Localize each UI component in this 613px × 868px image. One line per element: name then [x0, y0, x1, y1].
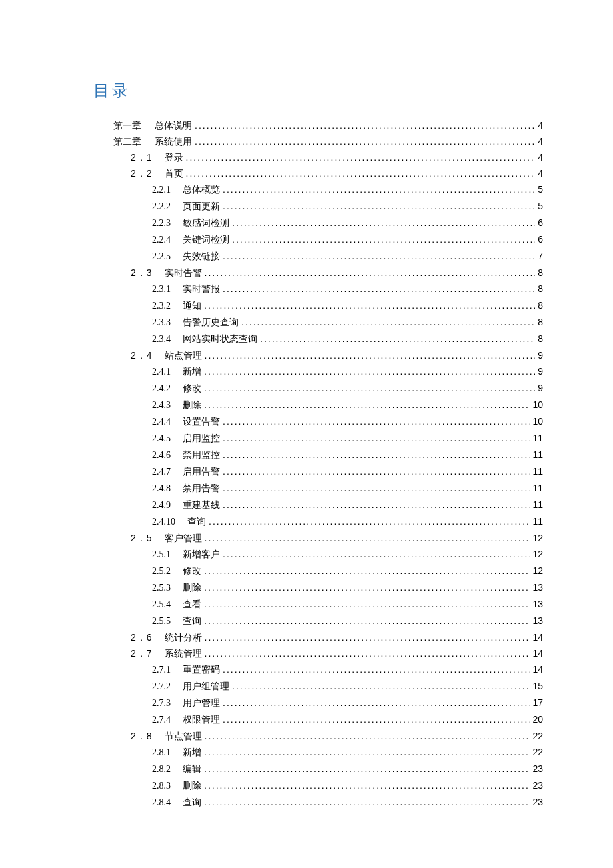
toc-entry[interactable]: 2.8.3删除.................................…	[152, 777, 543, 794]
toc-entry[interactable]: 2.2.1总体概览...............................…	[152, 181, 543, 198]
toc-entry-title: 告警历史查询	[179, 314, 241, 330]
toc-entry-title: 节点管理	[161, 728, 205, 744]
toc-entry[interactable]: 2．7系统管理.................................…	[131, 645, 543, 661]
toc-leader-dots: ........................................…	[232, 678, 530, 694]
toc-entry-page: 11	[530, 430, 543, 446]
toc-entry[interactable]: 2.4.7启用告警...............................…	[152, 463, 543, 480]
toc-entry-title: 修改	[179, 563, 204, 579]
toc-entry[interactable]: 2.3.3告警历史查询.............................…	[152, 314, 543, 331]
toc-entry-page: 9	[535, 363, 543, 379]
toc-entry-number: 2．3	[131, 265, 161, 281]
toc-entry[interactable]: 2.4.10查询................................…	[152, 513, 543, 530]
toc-entry[interactable]: 2.8.4查询.................................…	[152, 794, 543, 811]
toc-leader-dots: ........................................…	[205, 645, 530, 661]
toc-leader-dots: ........................................…	[223, 281, 535, 297]
toc-entry[interactable]: 2.3.4网站实时状态查询...........................…	[152, 331, 543, 347]
toc-leader-dots: ........................................…	[204, 380, 535, 396]
toc-entry-number: 2.7.1	[152, 662, 179, 678]
toc-entry-page: 11	[530, 447, 543, 463]
toc-entry-title: 禁用告警	[179, 480, 223, 496]
toc-entry[interactable]: 2.3.1实时警报...............................…	[152, 281, 543, 297]
toc-entry-page: 11	[530, 497, 543, 513]
toc-entry[interactable]: 2.4.4设置告警...............................…	[152, 413, 543, 430]
toc-entry-number: 2.2.2	[152, 199, 179, 215]
toc-entry-number: 第二章	[113, 133, 149, 149]
toc-entry-number: 2.3.2	[152, 298, 179, 314]
toc-entry[interactable]: 2.5.2修改.................................…	[152, 563, 543, 579]
toc-leader-dots: ........................................…	[205, 629, 530, 645]
toc-entry[interactable]: 2.4.5启用监控...............................…	[152, 430, 543, 447]
toc-entry[interactable]: 2．3实时告警.................................…	[131, 265, 543, 281]
toc-entry[interactable]: 2.7.4权限管理...............................…	[152, 711, 543, 728]
toc-entry-title: 总体概览	[179, 181, 223, 197]
toc-leader-dots: ........................................…	[205, 265, 536, 281]
toc-entry-title: 关键词检测	[179, 231, 232, 247]
toc-entry[interactable]: 2.3.2通知.................................…	[152, 297, 543, 314]
toc-entry[interactable]: 2.2.5失效链接...............................…	[152, 248, 543, 265]
toc-entry-title: 页面更新	[179, 198, 223, 214]
toc-leader-dots: ........................................…	[204, 363, 535, 379]
toc-entry[interactable]: 2.5.4查看.................................…	[152, 596, 543, 613]
toc-leader-dots: ........................................…	[205, 530, 530, 546]
toc-entry[interactable]: 2.2.3敏感词检测..............................…	[152, 215, 543, 231]
toc-entry-title: 编辑	[179, 761, 204, 777]
toc-entry-page: 8	[535, 314, 543, 330]
toc-leader-dots: ........................................…	[195, 133, 535, 149]
toc-entry-title: 首页	[161, 165, 186, 181]
toc-entry-number: 2.4.10	[152, 514, 183, 530]
toc-entry[interactable]: 2．8节点管理.................................…	[131, 728, 543, 744]
toc-entry[interactable]: 2.4.2修改.................................…	[152, 380, 543, 397]
toc-entry[interactable]: 2.4.1新增.................................…	[152, 363, 543, 380]
toc-entry-title: 新增客户	[179, 546, 223, 562]
toc-entry[interactable]: 2.7.2用户组管理..............................…	[152, 678, 543, 695]
toc-entry[interactable]: 2.2.2页面更新...............................…	[152, 198, 543, 215]
toc-entry[interactable]: 2.7.3用户管理...............................…	[152, 695, 543, 711]
toc-leader-dots: ........................................…	[204, 744, 530, 760]
toc-entry-number: 2.2.4	[152, 232, 179, 248]
toc-entry[interactable]: 2.5.3删除.................................…	[152, 579, 543, 596]
toc-entry[interactable]: 2．2首页...................................…	[131, 165, 543, 181]
toc-leader-dots: ........................................…	[223, 497, 530, 513]
toc-entry-page: 5	[535, 181, 543, 197]
toc-entry[interactable]: 2.5.1新增客户...............................…	[152, 546, 543, 563]
toc-entry[interactable]: 2.8.1新增.................................…	[152, 744, 543, 761]
toc-leader-dots: ........................................…	[223, 447, 530, 463]
toc-heading: 目录	[93, 80, 543, 101]
toc-entry-title: 用户管理	[179, 695, 223, 711]
toc-entry[interactable]: 2．6统计分析.................................…	[131, 629, 543, 645]
toc-entry[interactable]: 2．5客户管理.................................…	[131, 530, 543, 546]
toc-entry[interactable]: 2.7.1重置密码...............................…	[152, 661, 543, 678]
toc-leader-dots: ........................................…	[205, 728, 530, 744]
toc-leader-dots: ........................................…	[204, 397, 530, 413]
toc-entry[interactable]: 2.4.8禁用告警...............................…	[152, 480, 543, 497]
toc-entry-title: 删除	[179, 579, 204, 595]
toc-entry-title: 敏感词检测	[179, 215, 232, 231]
toc-entry-number: 2.8.1	[152, 745, 179, 761]
toc-entry[interactable]: 第二章系统使用.................................…	[113, 133, 543, 149]
toc-entry-number: 2．4	[131, 347, 161, 363]
toc-entry[interactable]: 第一章总体说明.................................…	[113, 117, 543, 133]
toc-entry-page: 8	[535, 265, 543, 281]
toc-entry[interactable]: 2．1登录...................................…	[131, 149, 543, 165]
toc-entry-page: 8	[535, 297, 543, 313]
toc-entry[interactable]: 2.4.3删除.................................…	[152, 397, 543, 413]
toc-entry-number: 2.4.8	[152, 481, 179, 497]
toc-entry-page: 23	[530, 794, 543, 810]
toc-entry-title: 通知	[179, 297, 204, 313]
toc-leader-dots: ........................................…	[204, 563, 530, 579]
toc-entry[interactable]: 2.5.5查询.................................…	[152, 613, 543, 629]
toc-entry-page: 4	[535, 117, 543, 133]
toc-entry-number: 2．2	[131, 165, 161, 181]
toc-entry[interactable]: 2．4站点管理.................................…	[131, 347, 543, 363]
toc-entry-title: 启用监控	[179, 430, 223, 446]
toc-leader-dots: ........................................…	[186, 165, 536, 181]
toc-entry[interactable]: 2.8.2编辑.................................…	[152, 761, 543, 777]
toc-leader-dots: ........................................…	[204, 777, 530, 793]
toc-entry-title: 禁用监控	[179, 447, 223, 463]
toc-entry[interactable]: 2.4.9重建基线...............................…	[152, 497, 543, 513]
toc-entry[interactable]: 2.2.4关键词检测..............................…	[152, 231, 543, 248]
toc-entry-number: 2.8.2	[152, 761, 179, 777]
toc-list: 第一章总体说明.................................…	[93, 117, 543, 811]
toc-entry[interactable]: 2.4.6禁用监控...............................…	[152, 447, 543, 463]
toc-leader-dots: ........................................…	[204, 596, 530, 612]
